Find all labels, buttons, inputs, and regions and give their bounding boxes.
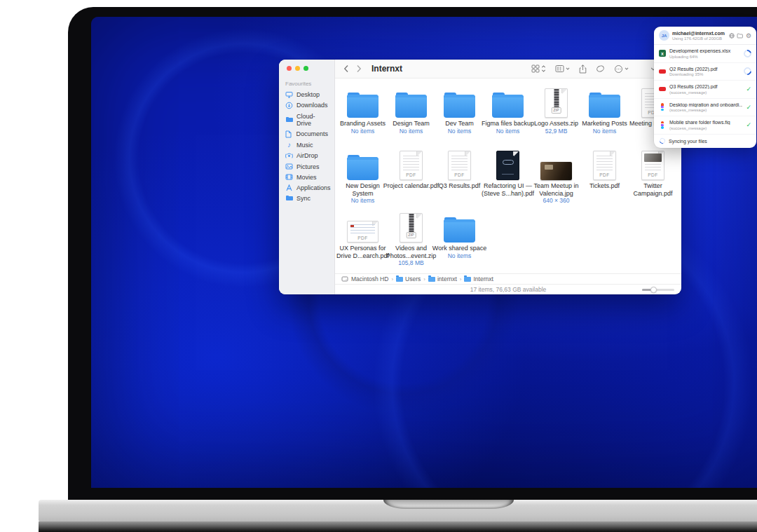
file-item[interactable]: Design Team No items [387, 86, 435, 148]
finder-window[interactable]: Favourites Desktop Downloads Cloud-Drive… [279, 60, 681, 294]
folder-icon [428, 277, 435, 282]
folder-icon [285, 195, 293, 201]
view-toggle-button[interactable] [531, 64, 546, 73]
file-name: New Design System [335, 182, 391, 197]
file-item[interactable]: PDF Q3 Results.pdf [435, 148, 484, 210]
more-actions-button[interactable] [614, 64, 629, 74]
sidebar-item-documents[interactable]: Documents [279, 128, 334, 139]
file-item[interactable]: PDF Twitter Campaign.pdf [629, 148, 677, 210]
globe-icon[interactable] [729, 33, 735, 39]
file-info: No items [400, 128, 423, 135]
sync-file-status: (success_message) [669, 126, 742, 130]
file-name: Videos and Photos...event.zip [383, 245, 439, 259]
success-check-icon: ✓ [746, 86, 751, 93]
file-item[interactable]: PDF Tickets.pdf [580, 148, 629, 210]
breadcrumb-item[interactable]: Macintosh HD [351, 275, 388, 282]
sidebar-item-pictures[interactable]: Pictures [279, 161, 334, 172]
image-file-icon [540, 148, 572, 180]
file-item[interactable]: PDF UX Personas for Drive D...earch.pdf [339, 210, 387, 273]
sync-item[interactable]: Q3 Results (2022).pdf (success_message) … [654, 81, 756, 99]
sidebar-item-label: AirDrop [296, 152, 318, 159]
pdf-icon [659, 69, 666, 74]
icon-size-slider[interactable] [642, 289, 674, 291]
avatar: JA [659, 30, 669, 41]
close-button[interactable] [287, 66, 292, 71]
sidebar-item-music[interactable]: ♪ Music [279, 139, 334, 150]
file-name: UX Personas for Drive D...earch.pdf [335, 245, 391, 259]
file-item[interactable]: ZIP Videos and Photos...event.zip 105,8 … [387, 210, 435, 273]
folder-icon[interactable] [737, 33, 743, 39]
file-item[interactable]: PDF Project calendar.pdf [387, 148, 435, 210]
folder-icon [444, 86, 475, 118]
sync-popup[interactable]: JA michael@internxt.com Using 176.42GB o… [654, 27, 756, 148]
xlsx-icon: x [659, 50, 666, 57]
share-button[interactable] [579, 64, 587, 74]
file-item[interactable]: Marketing Posts No items [580, 86, 629, 148]
sidebar-item-movies[interactable]: Movies [279, 172, 334, 182]
file-name: Work shared space [432, 245, 488, 252]
breadcrumb-separator: › [391, 276, 393, 282]
document-icon [285, 130, 292, 138]
group-by-button[interactable] [555, 64, 570, 73]
breadcrumb-item[interactable]: internxt [428, 275, 457, 282]
sync-popup-footer: Syncing your files [654, 135, 756, 148]
forward-button[interactable] [356, 64, 362, 73]
zip-file-icon: ZIP [400, 210, 423, 243]
minimize-button[interactable] [295, 66, 300, 71]
sync-item[interactable]: Desktop migration and onboardi... (succe… [654, 99, 756, 117]
sync-item[interactable]: x Development expenses.xlsx Uploading 64… [654, 45, 756, 63]
folder-icon [464, 277, 471, 282]
file-item[interactable]: Refactoring UI — (Steve S...han).pdf [484, 148, 532, 210]
airdrop-icon [285, 152, 293, 160]
zoom-button[interactable] [304, 66, 308, 71]
file-item[interactable]: Branding Assets No items [339, 86, 387, 148]
file-name: Team Meetup in Valencia.jpg [528, 182, 585, 197]
sort-updown-icon [541, 64, 546, 73]
sync-file-name: Desktop migration and onboardi... [669, 102, 742, 107]
file-name: Tickets.pdf [577, 182, 633, 190]
sidebar-item-applications[interactable]: Applications [279, 182, 334, 193]
folder-icon [347, 86, 378, 118]
sync-item[interactable]: Mobile share folder flows.fig (success_m… [654, 116, 756, 135]
sidebar-item-label: Desktop [296, 91, 320, 98]
file-item[interactable]: ZIP Logo Assets.zip 52,9 MB [532, 86, 580, 148]
file-item[interactable]: Work shared space No items [435, 210, 484, 273]
desktop-icon [285, 91, 293, 98]
file-name: Refactoring UI — (Steve S...han).pdf [480, 182, 536, 197]
ebook-file-icon [496, 148, 519, 180]
sidebar-item-downloads[interactable]: Downloads [279, 100, 334, 111]
back-button[interactable] [343, 64, 349, 73]
file-item[interactable]: Team Meetup in Valencia.jpg 640 × 360 [532, 148, 580, 210]
sync-file-status: (success_message) [669, 90, 742, 95]
pdf-file-icon: PDF [448, 148, 471, 180]
file-item[interactable]: Figma files backup No items [484, 86, 532, 148]
tag-icon[interactable] [596, 64, 605, 73]
sidebar-item-sync[interactable]: Sync [279, 193, 334, 203]
sidebar-item-label: Music [296, 142, 313, 149]
path-bar: Macintosh HD › Users › internxt › Intern… [335, 273, 681, 284]
progress-spinner-icon [742, 66, 753, 76]
file-item[interactable]: Dev Team No items [435, 86, 484, 148]
gear-icon[interactable]: ⚙ [746, 33, 751, 39]
breadcrumb-item[interactable]: Internxt [464, 275, 493, 282]
laptop-lid-notch [383, 500, 514, 509]
file-item[interactable]: New Design System No items [339, 148, 387, 210]
sidebar-item-cloud-drive[interactable]: Cloud-Drive [279, 111, 334, 128]
file-info: No items [351, 197, 375, 204]
sidebar-item-airdrop[interactable]: AirDrop [279, 150, 334, 161]
disk-icon [341, 276, 348, 282]
sync-file-name: Development expenses.xlsx [669, 48, 740, 53]
file-info: 105,8 MB [398, 259, 423, 266]
breadcrumb-item[interactable]: Users [396, 275, 421, 282]
sync-file-name: Q3 Results (2022).pdf [669, 84, 742, 89]
file-grid-area: Branding Assets No items Design Team No … [335, 79, 681, 273]
window-controls [287, 66, 308, 71]
sidebar-item-desktop[interactable]: Desktop [279, 89, 334, 100]
zip-file-icon: ZIP [545, 86, 568, 118]
sync-item[interactable]: Q2 Results (2022).pdf Downloading 35% [654, 63, 756, 81]
downloads-icon [285, 102, 293, 109]
account-email: michael@internxt.com [672, 31, 726, 36]
folder-icon [444, 210, 475, 243]
progress-spinner-icon [742, 48, 753, 59]
pictures-icon [285, 163, 293, 170]
